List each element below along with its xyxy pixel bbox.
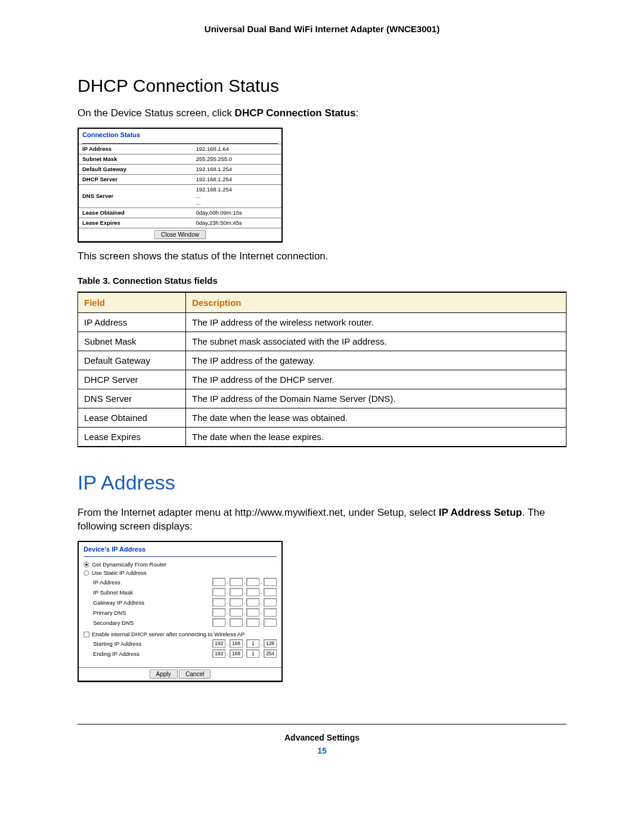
ip-input-group[interactable]: ... <box>212 588 277 596</box>
field-label: Primary DNS <box>93 609 212 616</box>
td-desc: The date when the lease expires. <box>186 427 566 447</box>
description-table: Field Description IP AddressThe IP addre… <box>78 292 566 447</box>
divider <box>83 556 277 557</box>
td-field: DNS Server <box>78 389 186 408</box>
radio-unselected-icon <box>83 570 89 576</box>
section-heading-dhcp: DHCP Connection Status <box>78 76 566 96</box>
cs-label: Subnet Mask <box>79 154 192 164</box>
td-field: DHCP Server <box>78 370 186 389</box>
close-window-button[interactable]: Close Window <box>154 230 206 239</box>
field-label: Gateway IP Address <box>93 599 212 606</box>
close-row: Close Window <box>79 228 281 241</box>
section-heading-ip: IP Address <box>78 471 566 494</box>
cs-row: DHCP Server192.168.1.254 <box>79 174 281 184</box>
cs-label: IP Address <box>79 144 192 154</box>
svg-point-2 <box>84 571 89 575</box>
checkbox-label: Enable internal DHCP server after connec… <box>92 631 277 637</box>
ip-octet[interactable]: 254 <box>264 649 277 658</box>
cs-label: DHCP Server <box>79 174 192 184</box>
ip-box-title: Device's IP Address <box>83 546 277 556</box>
td-field: Subnet Mask <box>78 332 186 351</box>
cs-value: 192.168.1.64 <box>192 144 281 154</box>
td-desc: The IP address of the DHCP server. <box>186 370 566 389</box>
cs-value: 192.168.1.254 <box>192 174 281 184</box>
th-field: Field <box>78 292 186 313</box>
td-desc: The subnet mask associated with the IP a… <box>186 332 566 351</box>
footer-text: Advanced Settings <box>78 733 566 742</box>
page: Universal Dual Band WiFi Internet Adapte… <box>0 0 644 773</box>
cs-row: Subnet Mask255.255.255.0 <box>79 154 281 164</box>
ip-input-group[interactable]: 192. 168. 1. 128 <box>212 639 277 648</box>
field-label: IP Subnet Mask <box>93 589 212 596</box>
cs-value: 255.255.255.0 <box>192 154 281 164</box>
ip-octet[interactable]: 192 <box>212 639 225 648</box>
ip-octet[interactable]: 1 <box>246 639 259 648</box>
intro-post: : <box>355 107 358 119</box>
connection-status-title: Connection Status <box>79 129 281 143</box>
field-label: Ending IP Address <box>93 651 212 657</box>
cs-value: 192.168.1.254 ... ... <box>192 184 281 208</box>
apply-button[interactable]: Apply <box>150 670 178 679</box>
intro2-bold: IP Address Setup <box>439 507 522 518</box>
td-field: Default Gateway <box>78 351 186 370</box>
ip-address-screenshot: Device's IP Address Get Dynamically From… <box>78 541 283 682</box>
ip-input-group[interactable]: ... <box>212 598 277 606</box>
cs-value: 192.168.1.254 <box>192 164 281 174</box>
table-row: Lease ExpiresThe date when the lease exp… <box>78 427 566 447</box>
ip-input-group[interactable]: ... <box>212 618 277 627</box>
intro-text-1: On the Device Status screen, click DHCP … <box>78 107 566 120</box>
ip-octet[interactable]: 168 <box>230 639 243 648</box>
cs-label: DNS Server <box>79 184 192 208</box>
field-label: Starting IP Address <box>93 640 212 647</box>
svg-point-1 <box>85 563 88 566</box>
table-row: Lease ObtainedThe date when the lease wa… <box>78 408 566 427</box>
td-desc: The IP address of the wireless network r… <box>186 312 566 332</box>
table-row: Default GatewayThe IP address of the gat… <box>78 351 566 370</box>
field-label: Secondary DNS <box>93 620 212 626</box>
td-desc: The IP address of the Domain Name Server… <box>186 389 566 408</box>
table-row: DHCP ServerThe IP address of the DHCP se… <box>78 370 566 389</box>
cs-row: IP Address192.168.1.64 <box>79 144 281 154</box>
ip-octet[interactable]: 192 <box>212 649 225 658</box>
connection-status-table: IP Address192.168.1.64 Subnet Mask255.25… <box>79 144 281 228</box>
ip-octet[interactable]: 1 <box>246 649 259 658</box>
cs-label: Lease Expires <box>79 218 192 228</box>
td-field: IP Address <box>78 312 186 332</box>
cs-value: 0day,23h:50m:45s <box>192 218 281 228</box>
radio-selected-icon <box>83 562 89 568</box>
th-desc: Description <box>186 292 566 313</box>
td-field: Lease Expires <box>78 427 186 447</box>
after-box-text: This screen shows the status of the Inte… <box>78 250 566 264</box>
intro-bold: DHCP Connection Status <box>235 107 356 119</box>
table-row: Subnet MaskThe subnet mask associated wi… <box>78 332 566 351</box>
page-number: 15 <box>78 746 566 755</box>
cs-label: Lease Obtained <box>79 208 192 218</box>
radio-row-static[interactable]: Use Static IP Address <box>83 569 277 577</box>
table-row: IP AddressThe IP address of the wireless… <box>78 312 566 332</box>
cs-row: Lease Obtained0day,00h:09m:15s <box>79 208 281 218</box>
ip-octet[interactable]: 168 <box>230 649 243 658</box>
button-row: Apply Cancel <box>79 667 281 681</box>
cancel-button[interactable]: Cancel <box>179 670 210 679</box>
cs-row: DNS Server192.168.1.254 ... ... <box>79 184 281 208</box>
cs-value: 0day,00h:09m:15s <box>192 208 281 218</box>
cs-label: Default Gateway <box>79 164 192 174</box>
intro2-pre: From the Internet adapter menu at http:/… <box>78 507 439 518</box>
doc-header: Universal Dual Band WiFi Internet Adapte… <box>78 24 566 34</box>
field-label: IP Address <box>93 579 212 586</box>
ip-input-group[interactable]: ... <box>212 608 277 617</box>
intro-text-2: From the Internet adapter menu at http:/… <box>78 506 566 534</box>
td-desc: The date when the lease was obtained. <box>186 408 566 427</box>
ip-input-group[interactable]: 192. 168. 1. 254 <box>212 649 277 658</box>
footer-divider <box>78 724 566 724</box>
checkbox-unchecked-icon <box>83 631 89 637</box>
intro-pre: On the Device Status screen, click <box>78 107 235 119</box>
cs-row: Default Gateway192.168.1.254 <box>79 164 281 174</box>
radio-label: Use Static IP Address <box>92 569 277 576</box>
connection-status-screenshot: Connection Status IP Address192.168.1.64… <box>78 128 283 243</box>
svg-rect-3 <box>84 632 89 637</box>
ip-octet[interactable]: 128 <box>264 639 277 648</box>
radio-row-dynamic[interactable]: Get Dynamically From Router <box>83 561 277 569</box>
checkbox-row-dhcp[interactable]: Enable internal DHCP server after connec… <box>83 630 277 639</box>
ip-input-group[interactable]: ... <box>212 578 277 586</box>
